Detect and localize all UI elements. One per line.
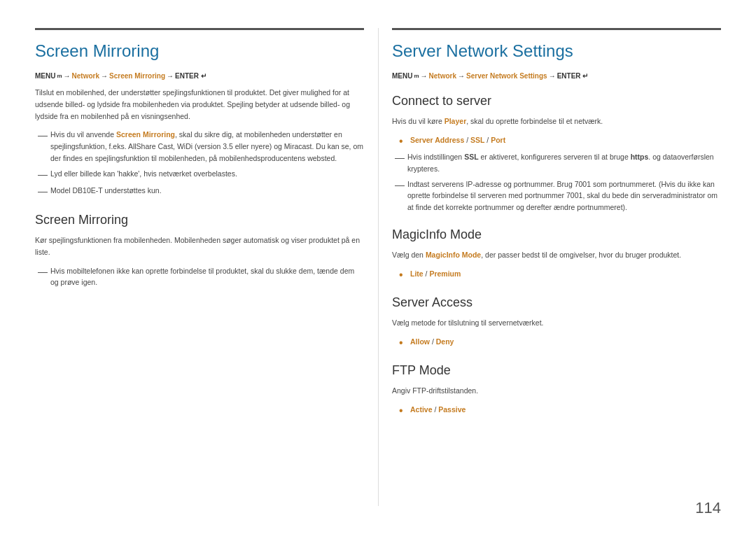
screen-mirroring-bold: Screen Mirroring [116,130,175,139]
sub-dash-1: — [38,265,50,279]
menu-icon-left: m [57,73,62,79]
connect-dash-2: — [395,178,407,192]
magicinfo-dot-text: Lite / Premium [410,268,461,280]
left-menu-path: MENUm → Network → Screen Mirroring → ENT… [35,72,364,80]
right-menu-path: MENUm → Network → Server Network Setting… [392,72,721,80]
screen-mirroring-link: Screen Mirroring [109,72,165,80]
left-intro-text: Tilslut en mobilenhed, der understøtter … [35,87,364,122]
player-bold: Player [444,117,467,125]
left-section-title: Screen Mirroring [35,41,364,61]
ftp-mode-dot: • [399,404,407,417]
server-access-dot: • [399,336,407,349]
menu-prefix: MENU [35,72,55,80]
https-bold: https [631,153,649,161]
arrow2: → [101,72,108,80]
left-column: Screen Mirroring MENUm → Network → Scree… [35,28,364,506]
sub-note-text-1: Hvis mobiltelefonen ikke kan oprette for… [50,265,364,289]
deny-text: Deny [436,337,454,346]
passive-text: Passive [438,405,465,414]
right-arrow1: → [421,72,428,80]
allow-text: Allow [410,337,430,346]
right-network-link: Network [429,72,456,80]
network-link: Network [72,72,99,80]
note-text-2: Lyd eller billede kan 'hakke', hvis netv… [50,168,237,180]
magicinfo-dot-item: • Lite / Premium [392,268,721,281]
right-server-link: Server Network Settings [466,72,547,80]
subsection-body: Kør spejlingsfunktionen fra mobilenheden… [35,234,364,258]
connect-note-text-2: Indtast serverens IP-adresse og portnumm… [407,178,721,213]
ssl-text: SSL [470,136,484,144]
note-item-3: — Model DB10E-T understøttes kun. [35,185,364,199]
lite-text: Lite [410,269,424,278]
magicinfo-title: MagicInfo Mode [392,227,721,242]
note-text-1: Hvis du vil anvende Screen Mirroring, sk… [50,129,364,164]
connect-title: Connect to server [392,94,721,108]
ftp-mode-dot-item: • Active / Passive [392,404,721,417]
connect-note-1: — Hvis indstillingen SSL er aktiveret, k… [392,151,721,175]
ftp-mode-body: Angiv FTP-driftstilstanden. [392,385,721,397]
connect-note-2: — Indtast serverens IP-adresse og portnu… [392,178,721,213]
column-divider [378,28,379,506]
magicinfo-dot: • [399,268,407,281]
arrow1: → [64,72,71,80]
right-arrow3: → [549,72,556,80]
ftp-mode-title: FTP Mode [392,363,721,378]
note-item-1: — Hvis du vil anvende Screen Mirroring, … [35,129,364,164]
connect-dot-text: Server Address / SSL / Port [410,134,505,146]
server-access-dot-item: • Allow / Deny [392,336,721,349]
connect-note-text-1: Hvis indstillingen SSL er aktiveret, kon… [407,151,721,175]
page-number: 114 [695,499,721,517]
server-access-body: Vælg metode for tilslutning til serverne… [392,317,721,329]
note-item-2: — Lyd eller billede kan 'hakke', hvis ne… [35,168,364,182]
premium-text: Premium [429,269,461,278]
magicinfo-body: Vælg den MagicInfo Mode, der passer beds… [392,249,721,261]
port-text: Port [491,136,505,144]
right-section-title: Server Network Settings [392,41,721,61]
active-text: Active [410,405,433,414]
note-text-3: Model DB10E-T understøttes kun. [50,185,162,197]
right-column: Server Network Settings MENUm → Network … [392,28,721,506]
dash-1: — [38,129,50,143]
menu-icon-right: m [414,73,419,79]
sub-note-item-1: — Hvis mobiltelefonen ikke kan oprette f… [35,265,364,289]
server-address-text: Server Address [410,136,464,144]
connect-dot-item: • Server Address / SSL / Port [392,134,721,148]
connect-dash-1: — [395,151,407,165]
connect-dot: • [399,134,407,148]
ftp-mode-dot-text: Active / Passive [410,404,465,416]
right-enter-label: ENTER ↵ [557,72,589,80]
arrow3: → [167,72,174,80]
connect-body: Hvis du vil køre Player, skal du oprette… [392,115,721,127]
right-menu-prefix: MENU [392,72,412,80]
server-access-title: Server Access [392,295,721,310]
magicinfo-bold: MagicInfo Mode [426,251,481,259]
dash-2: — [38,168,50,182]
subsection-title: Screen Mirroring [35,213,364,227]
ssl-bold: SSL [464,153,478,161]
right-arrow2: → [458,72,465,80]
enter-label: ENTER ↵ [175,72,206,80]
server-access-dot-text: Allow / Deny [410,336,454,348]
dash-3: — [38,185,50,199]
